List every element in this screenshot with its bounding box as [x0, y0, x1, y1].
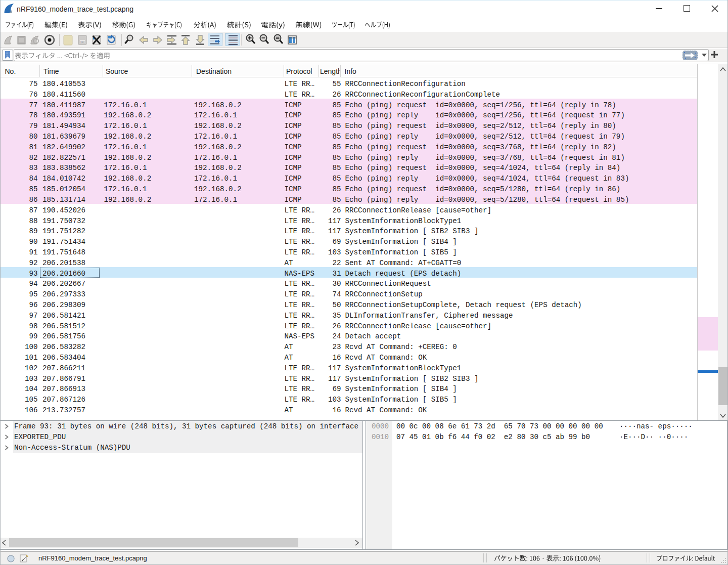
svg-text:010: 010: [80, 40, 85, 44]
